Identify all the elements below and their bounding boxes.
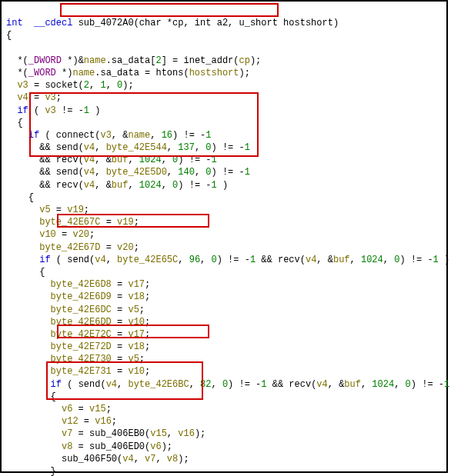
var-byte: byte_42E730 (51, 354, 112, 364)
code-text: != - (222, 255, 250, 265)
code-text: = (100, 217, 117, 228)
code-text: ; (134, 217, 139, 228)
var: v17 (128, 279, 145, 290)
code-text: , & (112, 130, 129, 141)
keyword-if: if (28, 130, 39, 141)
code-text: , (350, 255, 361, 265)
var: v10 (39, 229, 56, 240)
code-text: , (162, 155, 172, 165)
code-text: ) != - (211, 142, 244, 153)
code-text: ); (239, 68, 249, 78)
var-v4: v4 (84, 155, 95, 165)
code-text: , (200, 255, 211, 265)
var-byte: byte_42E6D9 (51, 291, 112, 302)
code-text: , & (95, 180, 112, 191)
var-byte: byte_42E72C (51, 329, 112, 340)
var: v10 (128, 317, 145, 328)
return-type: int (6, 18, 23, 28)
var-v4: v4 (84, 167, 95, 178)
var-buf: buf (333, 255, 350, 265)
var-name: name (128, 130, 150, 141)
code-text: ) != - (178, 155, 211, 165)
var-v3: v3 (45, 92, 55, 103)
code-text: && recv( (39, 180, 84, 191)
fn-call: sub_406EB0 (89, 428, 145, 439)
code-frame: int __cdecl sub_4072A0(char *cp, int a2,… (0, 0, 448, 473)
number-literal: 1 (433, 255, 439, 265)
code-text: , (189, 379, 200, 390)
code-text: *) (56, 68, 73, 78)
code-text: , (117, 379, 128, 390)
number-literal: 1 (100, 80, 105, 91)
number-literal: 1024 (372, 379, 394, 390)
code-text: ) (217, 255, 222, 265)
code-text: != - (56, 105, 84, 116)
var: v5 (39, 205, 50, 215)
code-text: = (28, 92, 45, 103)
number-literal: 140 (178, 167, 195, 178)
calling-convention: __cdecl (34, 18, 72, 28)
code-text: , & (95, 155, 112, 165)
code-text: *)& (62, 55, 84, 66)
code-text: ; (84, 205, 89, 215)
code-text: ( connect( (39, 130, 100, 141)
var-byte: byte_42E65C (117, 255, 178, 265)
var: v5 (128, 305, 139, 315)
var: v16 (95, 416, 112, 427)
code-text: && send( (39, 167, 84, 178)
var-byte: byte_42E6D8 (51, 279, 112, 290)
var-byte: byte_42E5D0 (106, 167, 167, 178)
number-literal: 1 (205, 130, 211, 141)
fn-call: sub_406F50 (62, 454, 117, 464)
code-text: && send( (39, 142, 84, 153)
code-text: , (361, 379, 372, 390)
number-literal: 2 (84, 80, 89, 91)
type-word: _WORD (28, 68, 56, 78)
code-text: , (95, 142, 105, 153)
var: v6 (150, 441, 161, 452)
var-v3: v3 (100, 130, 111, 141)
var-byte: byte_42E67C (39, 217, 100, 228)
code-text: , (106, 255, 117, 265)
var: v15 (150, 428, 167, 439)
var: v20 (117, 242, 134, 253)
fn-call: sub_406ED0 (89, 441, 145, 452)
code-text: = (100, 242, 117, 253)
code-text: , (195, 142, 205, 153)
var: v18 (128, 341, 145, 352)
var-byte: byte_42E6BC (128, 379, 189, 390)
decompiled-code: int __cdecl sub_4072A0(char *cp, int a2,… (6, 5, 442, 476)
number-literal: 0 (212, 255, 217, 265)
number-literal: 96 (189, 255, 200, 265)
var-buf: buf (112, 155, 129, 165)
code-text: && recv( (256, 255, 306, 265)
code-text: , & (316, 255, 333, 265)
code-text: , (106, 80, 117, 91)
number-literal: 1024 (139, 180, 162, 191)
var: v5 (128, 354, 139, 364)
code-text: && recv( (39, 155, 84, 165)
code-text: , (128, 155, 139, 165)
code-text: = socket( (28, 80, 84, 91)
var: v19 (117, 217, 134, 228)
number-literal: 16 (162, 130, 172, 141)
var: v15 (89, 404, 106, 414)
code-text: ( (28, 105, 45, 116)
code-text: , (128, 180, 139, 191)
code-text: , (167, 167, 178, 178)
code-text: ) != - (178, 180, 211, 191)
var: v18 (128, 291, 145, 302)
code-text: ) != - (211, 167, 244, 178)
number-literal: 82 (200, 379, 211, 390)
code-text: ] = inet_addr( (162, 55, 239, 66)
code-text: ) != - (399, 255, 433, 265)
code-text: != - (233, 379, 261, 390)
code-text: && recv( (267, 379, 317, 390)
var-v3: v3 (45, 105, 55, 116)
keyword-if: if (17, 105, 28, 116)
var: v8 (62, 441, 72, 452)
var: v7 (145, 454, 155, 464)
var-v3: v3 (17, 80, 28, 91)
var-cp: cp (239, 55, 250, 66)
number-literal: 0 (222, 379, 228, 390)
